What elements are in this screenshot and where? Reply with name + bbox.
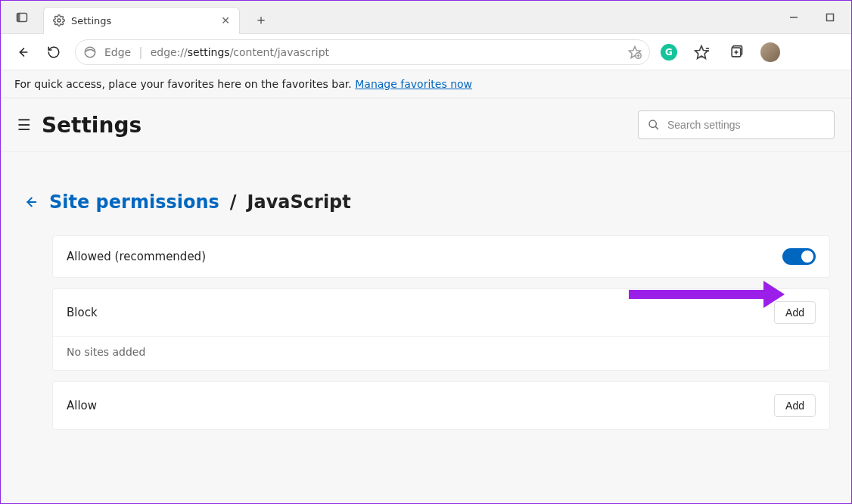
favorites-prompt-bar: For quick access, place your favorites h… <box>1 70 851 98</box>
favorites-prompt-text: For quick access, place your favorites h… <box>14 78 352 90</box>
svg-rect-1 <box>17 13 20 21</box>
block-label: Block <box>67 306 98 319</box>
settings-header: ☰ Settings <box>1 98 851 151</box>
tab-title: Settings <box>71 15 215 26</box>
svg-line-18 <box>655 126 658 129</box>
search-input[interactable] <box>667 119 825 131</box>
favorites-hub-icon[interactable] <box>691 42 712 63</box>
add-favorite-icon[interactable] <box>628 45 642 59</box>
close-icon[interactable]: ✕ <box>221 15 230 26</box>
allowed-toggle[interactable] <box>782 248 816 265</box>
collections-icon[interactable] <box>726 42 747 63</box>
allow-label: Allow <box>67 399 97 412</box>
manage-favorites-link[interactable]: Manage favorites now <box>355 78 472 90</box>
svg-point-6 <box>85 47 95 58</box>
settings-content: Site permissions / JavaScript Allowed (r… <box>1 152 851 459</box>
titlebar: Settings ✕ ＋ <box>1 1 851 34</box>
svg-point-17 <box>649 120 656 127</box>
divider: | <box>138 45 142 59</box>
svg-marker-11 <box>695 45 708 58</box>
svg-rect-4 <box>827 14 834 20</box>
search-icon <box>648 119 660 131</box>
refresh-button[interactable] <box>43 42 64 63</box>
browser-tab[interactable]: Settings ✕ <box>43 7 240 34</box>
gear-icon <box>53 14 65 26</box>
address-bar: Edge | edge://settings/content/javascrip… <box>1 34 851 70</box>
allow-card: Allow Add <box>52 381 830 430</box>
url-input[interactable]: Edge | edge://settings/content/javascrip… <box>75 39 650 65</box>
breadcrumb-parent-link[interactable]: Site permissions <box>49 191 219 213</box>
profile-avatar[interactable] <box>760 42 780 62</box>
allow-add-button[interactable]: Add <box>774 394 816 417</box>
minimize-icon[interactable] <box>779 5 809 30</box>
page-title: Settings <box>42 113 141 138</box>
hamburger-icon[interactable]: ☰ <box>17 116 31 134</box>
block-add-button[interactable]: Add <box>774 301 816 324</box>
block-empty-text: No sites added <box>53 336 829 370</box>
svg-point-2 <box>58 19 61 22</box>
tab-overview-icon[interactable] <box>7 5 37 30</box>
breadcrumb-back-icon[interactable] <box>22 194 39 210</box>
back-button[interactable] <box>11 42 33 63</box>
block-card: Block Add No sites added <box>52 288 830 371</box>
new-tab-button[interactable]: ＋ <box>249 8 273 32</box>
breadcrumb-current: JavaScript <box>247 191 351 213</box>
grammarly-icon[interactable]: G <box>661 44 677 61</box>
allowed-card: Allowed (recommended) <box>52 235 830 278</box>
maximize-icon[interactable] <box>815 5 845 30</box>
app-label: Edge <box>104 46 131 58</box>
search-settings-box[interactable] <box>638 110 835 139</box>
url-text: edge://settings/content/javascript <box>151 46 329 58</box>
breadcrumb: Site permissions / JavaScript <box>22 191 830 213</box>
breadcrumb-separator: / <box>230 191 237 213</box>
allowed-label: Allowed (recommended) <box>67 250 206 263</box>
edge-logo-icon <box>83 45 97 59</box>
